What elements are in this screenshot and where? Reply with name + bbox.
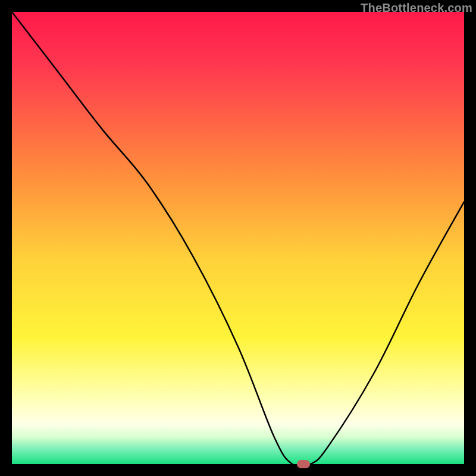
watermark-text: TheBottleneck.com <box>361 1 472 15</box>
chart-frame: TheBottleneck.com <box>0 0 476 476</box>
gradient-background <box>12 12 464 464</box>
plot-area <box>12 12 464 464</box>
optimal-marker <box>297 460 310 468</box>
chart-svg <box>12 12 464 464</box>
